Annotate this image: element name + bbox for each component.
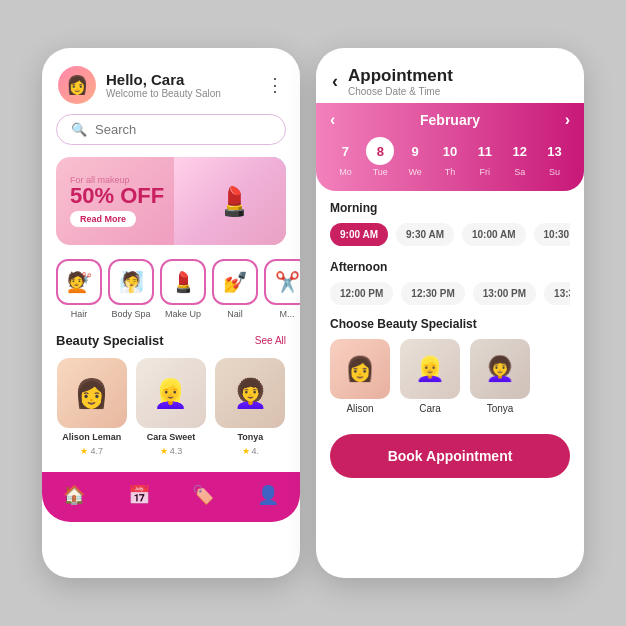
appt-specialist-2[interactable]: 👩‍🦱 Tonya [470, 339, 530, 414]
banner-image: 💄 [174, 157, 286, 245]
afternoon-label: Afternoon [330, 260, 570, 274]
specialists-header: Beauty Specialist See All [42, 333, 300, 358]
month-row: ‹ February › [330, 111, 570, 129]
specialist-card-1[interactable]: 👱‍♀️ Cara Sweet ★ 4.3 [135, 358, 206, 456]
nail-icon: 💅 [212, 259, 258, 305]
category-item-bodyspa[interactable]: 🧖 Body Spa [108, 259, 154, 319]
book-appointment-button[interactable]: Book Appointment [330, 434, 570, 478]
home-screen: 👩 Hello, Cara Welcome to Beauty Salon ⋮ … [42, 48, 300, 578]
day-num-5: 12 [506, 137, 534, 165]
day-label-0: Mo [339, 167, 352, 177]
category-item-makeup[interactable]: 💄 Make Up [160, 259, 206, 319]
afternoon-times: 12:00 PM 12:30 PM 13:00 PM 13:30 [330, 282, 570, 305]
morning-section: Morning 9:00 AM 9:30 AM 10:00 AM 10:30 [316, 191, 584, 250]
search-icon: 🔍 [71, 122, 87, 137]
bottom-nav: 🏠 📅 🏷️ 👤 [42, 472, 300, 522]
nav-offers[interactable]: 🏷️ [192, 484, 214, 506]
appt-specialist-1[interactable]: 👱‍♀️ Cara [400, 339, 460, 414]
specialist-card-0[interactable]: 👩 Alison Leman ★ 4.7 [56, 358, 127, 456]
avatar: 👩 [58, 66, 96, 104]
time-chip-1200[interactable]: 12:00 PM [330, 282, 393, 305]
day-num-0: 7 [331, 137, 359, 165]
specialist-rating-1: ★ 4.3 [160, 446, 183, 456]
time-chip-930[interactable]: 9:30 AM [396, 223, 454, 246]
day-label-1: Tue [373, 167, 388, 177]
nav-profile[interactable]: 👤 [257, 484, 279, 506]
makeup-icon: 💄 [160, 259, 206, 305]
choose-specialist-section: Choose Beauty Specialist 👩 Alison 👱‍♀️ C… [316, 309, 584, 424]
categories-list: 💇 Hair 🧖 Body Spa 💄 Make Up 💅 Nail ✂️ M.… [42, 259, 300, 333]
nav-home[interactable]: 🏠 [63, 484, 85, 506]
bodyspa-label: Body Spa [111, 309, 150, 319]
time-chip-1300[interactable]: 13:00 PM [473, 282, 536, 305]
banner-discount: 50% OFF [70, 185, 164, 207]
search-input[interactable] [95, 122, 271, 137]
specialist-name-2: Tonya [237, 432, 263, 442]
see-all-button[interactable]: See All [255, 335, 286, 346]
specialist-rating-2: ★ 4. [242, 446, 260, 456]
specialist-img-1: 👱‍♀️ [136, 358, 206, 428]
hair-label: Hair [71, 309, 88, 319]
day-label-5: Sa [514, 167, 525, 177]
day-item-6[interactable]: 13 Su [539, 137, 570, 177]
day-item-1[interactable]: 8 Tue [365, 137, 396, 177]
nail-label: Nail [227, 309, 243, 319]
appt-specialist-thumb-0: 👩 [330, 339, 390, 399]
back-button[interactable]: ‹ [332, 71, 338, 92]
specialists-title: Beauty Specialist [56, 333, 164, 348]
prev-month-button[interactable]: ‹ [330, 111, 335, 129]
day-item-2[interactable]: 9 We [400, 137, 431, 177]
promo-banner[interactable]: For all makeup 50% OFF Read More 💄 [56, 157, 286, 245]
time-chip-1230[interactable]: 12:30 PM [401, 282, 464, 305]
specialist-name-0: Alison Leman [62, 432, 121, 442]
day-num-2: 9 [401, 137, 429, 165]
hair-icon: 💇 [56, 259, 102, 305]
day-item-0[interactable]: 7 Mo [330, 137, 361, 177]
more-cat-icon: ✂️ [264, 259, 300, 305]
read-more-button[interactable]: Read More [70, 211, 136, 227]
appt-specialist-thumb-1: 👱‍♀️ [400, 339, 460, 399]
greeting-subtitle: Welcome to Beauty Salon [106, 88, 266, 99]
bodyspa-icon: 🧖 [108, 259, 154, 305]
morning-label: Morning [330, 201, 570, 215]
star-icon-1: ★ [160, 446, 168, 456]
appointment-subtitle: Choose Date & Time [348, 86, 453, 97]
morning-times: 9:00 AM 9:30 AM 10:00 AM 10:30 [330, 223, 570, 246]
star-icon-0: ★ [80, 446, 88, 456]
home-header: 👩 Hello, Cara Welcome to Beauty Salon ⋮ [42, 48, 300, 114]
more-options-button[interactable]: ⋮ [266, 74, 284, 96]
day-label-3: Th [445, 167, 456, 177]
day-num-1: 8 [366, 137, 394, 165]
day-label-6: Su [549, 167, 560, 177]
time-chip-1330[interactable]: 13:30 [544, 282, 570, 305]
appt-specialist-thumb-2: 👩‍🦱 [470, 339, 530, 399]
appointment-title: Appointment [348, 66, 453, 86]
appt-specialist-name-0: Alison [346, 403, 373, 414]
time-chip-1030[interactable]: 10:30 [534, 223, 570, 246]
day-num-6: 13 [541, 137, 569, 165]
appt-specialist-0[interactable]: 👩 Alison [330, 339, 390, 414]
category-item-more[interactable]: ✂️ M... [264, 259, 300, 319]
month-label: February [420, 112, 480, 128]
specialist-card-2[interactable]: 👩‍🦱 Tonya ★ 4. [215, 358, 286, 456]
day-item-3[interactable]: 10 Th [435, 137, 466, 177]
appt-specialist-name-2: Tonya [487, 403, 514, 414]
greeting-block: Hello, Cara Welcome to Beauty Salon [96, 71, 266, 99]
day-item-4[interactable]: 11 Fri [469, 137, 500, 177]
search-bar[interactable]: 🔍 [56, 114, 286, 145]
nav-calendar[interactable]: 📅 [128, 484, 150, 506]
banner-text: For all makeup 50% OFF Read More [56, 165, 178, 237]
category-item-nail[interactable]: 💅 Nail [212, 259, 258, 319]
time-chip-1000[interactable]: 10:00 AM [462, 223, 526, 246]
day-item-5[interactable]: 12 Sa [504, 137, 535, 177]
appt-specialist-name-1: Cara [419, 403, 441, 414]
afternoon-section: Afternoon 12:00 PM 12:30 PM 13:00 PM 13:… [316, 250, 584, 309]
specialist-img-0: 👩 [57, 358, 127, 428]
next-month-button[interactable]: › [565, 111, 570, 129]
makeup-label: Make Up [165, 309, 201, 319]
greeting-text: Hello, Cara [106, 71, 266, 88]
time-chip-900[interactable]: 9:00 AM [330, 223, 388, 246]
category-item-hair[interactable]: 💇 Hair [56, 259, 102, 319]
star-icon-2: ★ [242, 446, 250, 456]
day-label-4: Fri [480, 167, 491, 177]
